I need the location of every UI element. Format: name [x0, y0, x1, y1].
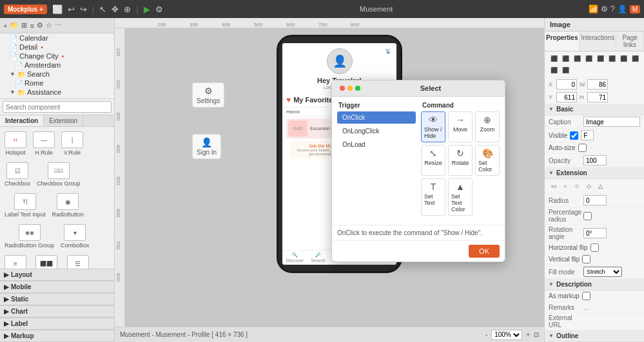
visible-checkbox[interactable] — [570, 131, 578, 140]
add-page-icon[interactable]: + — [3, 21, 8, 30]
tab-extension[interactable]: Extension — [44, 115, 83, 126]
undo-icon[interactable]: ↩ — [66, 4, 76, 15]
star-shape-icon[interactable]: ☆ — [572, 181, 582, 191]
triangle-icon[interactable]: △ — [595, 181, 605, 191]
ok-button[interactable]: OK — [469, 245, 500, 258]
w-input[interactable] — [587, 79, 608, 90]
comp-menu[interactable]: ☰ Menu — [65, 253, 91, 269]
maximize-dot[interactable] — [355, 86, 360, 91]
cmd-set-text[interactable]: T Set Text — [421, 178, 445, 216]
align-left-icon[interactable]: ⬛ — [549, 53, 559, 64]
cmd-show-hide[interactable]: 👁 Show / Hide — [421, 111, 445, 142]
rotation-input[interactable] — [583, 228, 607, 238]
distribute-h-icon[interactable]: ⬛ — [618, 53, 629, 64]
cmd-resize[interactable]: ⤡ Resize — [421, 145, 445, 176]
comp-combobox[interactable]: ▾ ComboBox — [59, 222, 92, 251]
close-dot[interactable] — [340, 86, 345, 91]
app-logo[interactable]: Mockplus + — [4, 5, 47, 14]
tree-item-assistance[interactable]: ▼ 📁 Assistance — [0, 88, 114, 97]
tab-interactions[interactable]: Interactions — [580, 32, 616, 51]
settings-item[interactable]: ⚙ Settings — [192, 82, 224, 108]
opacity-value-input[interactable] — [583, 155, 607, 166]
new-icon[interactable]: ⬜ — [51, 4, 64, 15]
preview-play-icon[interactable]: ▶ — [142, 4, 151, 15]
trigger-onlongclick[interactable]: OnLongClick — [337, 125, 416, 137]
zoom-icon[interactable]: ⊕ — [122, 4, 132, 15]
y-input[interactable] — [556, 92, 577, 102]
comp-hrule[interactable]: — H.Rule — [31, 129, 57, 158]
caption-input[interactable] — [583, 117, 640, 127]
fill-mode-select[interactable]: Stretch Fit Fill — [583, 267, 622, 277]
rect-icon[interactable]: ▭ — [549, 181, 559, 191]
help-icon[interactable]: ? — [610, 5, 615, 14]
align-bottom-icon[interactable]: ⬛ — [607, 53, 617, 64]
tab-properties[interactable]: Properties — [545, 32, 580, 51]
redo-icon[interactable]: ↪ — [79, 4, 88, 15]
section-markup[interactable]: ▶ Markup — [0, 330, 114, 342]
h-input[interactable] — [587, 92, 608, 102]
minimize-dot[interactable] — [347, 86, 353, 91]
auto-size-checkbox[interactable] — [578, 144, 587, 152]
section-mobile[interactable]: ▶ Mobile — [0, 281, 114, 293]
overflow-icon[interactable]: ⋯ — [54, 21, 63, 30]
same-height-icon[interactable]: ⬛ — [560, 65, 571, 75]
search-input[interactable] — [3, 101, 112, 113]
section-label[interactable]: ▶ Label — [0, 318, 114, 330]
zoom-out-icon[interactable]: - — [485, 331, 487, 338]
section-basic-title[interactable]: ▼ Basic — [545, 104, 644, 115]
cmd-set-text-color[interactable]: ▲ Set Text Color — [448, 178, 473, 216]
pct-radius-checkbox[interactable] — [583, 212, 592, 220]
comp-hotspot[interactable]: H Hotspot — [3, 129, 28, 158]
zoom-in-icon[interactable]: + — [526, 331, 530, 338]
tab-page-links[interactable]: Page links — [616, 32, 644, 51]
align-top-icon[interactable]: ⬛ — [583, 53, 594, 64]
nav-discover[interactable]: 🔍 Discover — [286, 252, 304, 263]
cmd-move[interactable]: → Move — [448, 111, 473, 142]
as-markup-checkbox[interactable] — [582, 292, 590, 300]
remarks-dots[interactable]: … — [583, 303, 590, 311]
comp-radio-group[interactable]: ◉◉ RadioButton Group — [3, 222, 56, 251]
section-layout[interactable]: ▶ Layout — [0, 269, 114, 281]
app-icon[interactable]: M — [630, 5, 640, 14]
hand-icon[interactable]: ✥ — [110, 4, 120, 15]
comp-vrule[interactable]: | V.Rule — [59, 129, 85, 158]
section-static[interactable]: ▶ Static — [0, 293, 114, 305]
radius-input[interactable] — [583, 195, 607, 205]
settings-sm-icon[interactable]: ⚙ — [36, 21, 44, 30]
fit-icon[interactable]: ⊡ — [534, 331, 539, 338]
star-icon[interactable]: ☆ — [45, 21, 53, 30]
trigger-onclick[interactable]: OnClick — [337, 111, 416, 124]
nav-search[interactable]: 🔎 Search — [311, 252, 325, 263]
preview-settings-icon[interactable]: ⚙ — [154, 4, 164, 15]
tree-item-calendar[interactable]: 📄 Calendar — [0, 33, 114, 43]
zoom-select[interactable]: 100% 50% 75% 150% 200% — [491, 330, 522, 340]
circle-icon[interactable]: ○ — [560, 181, 571, 191]
section-outline-title[interactable]: ▼ Outline — [545, 330, 644, 342]
tree-item-change-city[interactable]: 📄 Change City • — [0, 52, 114, 61]
tree-item-amsterdam[interactable]: 📄 Amsterdam — [0, 61, 114, 70]
user-icon[interactable]: 👤 — [618, 5, 627, 14]
tree-item-rome[interactable]: 📄 Rome — [0, 79, 114, 88]
align-right-icon[interactable]: ⬛ — [572, 53, 582, 64]
diamond-icon[interactable]: ◇ — [583, 181, 594, 191]
comp-list[interactable]: ≡ List — [3, 253, 28, 269]
section-extension-title[interactable]: ▼ Extension — [545, 167, 644, 179]
comp-radio[interactable]: ◉ RadioButton — [50, 191, 86, 220]
settings-icon[interactable]: ⚙ — [601, 5, 608, 14]
grid-icon[interactable]: ⊞ — [21, 21, 28, 30]
cmd-rotate[interactable]: ↻ Rotate — [448, 145, 473, 176]
distribute-v-icon[interactable]: ⬛ — [630, 53, 640, 64]
align-center-icon[interactable]: ⬛ — [560, 53, 571, 64]
section-description-title[interactable]: ▼ Description — [545, 279, 644, 290]
canvas[interactable]: ⚙ Settings 👤 Sign In 📡 — [125, 28, 544, 327]
cmd-zoom[interactable]: ⊕ Zoom — [475, 111, 500, 142]
pointer-icon[interactable]: ↖ — [98, 4, 108, 15]
tree-item-detail[interactable]: 📄 Detail • — [0, 43, 114, 52]
vflip-checkbox[interactable] — [582, 255, 590, 263]
hflip-checkbox[interactable] — [590, 243, 599, 252]
comp-checkbox-group[interactable]: ☑☑ Checkbox Group — [35, 160, 83, 189]
same-width-icon[interactable]: ⬛ — [549, 65, 559, 75]
list-icon[interactable]: ≡ — [29, 21, 34, 30]
align-middle-icon[interactable]: ⬛ — [595, 53, 605, 64]
tree-item-search[interactable]: ▼ 📁 Search — [0, 70, 114, 79]
